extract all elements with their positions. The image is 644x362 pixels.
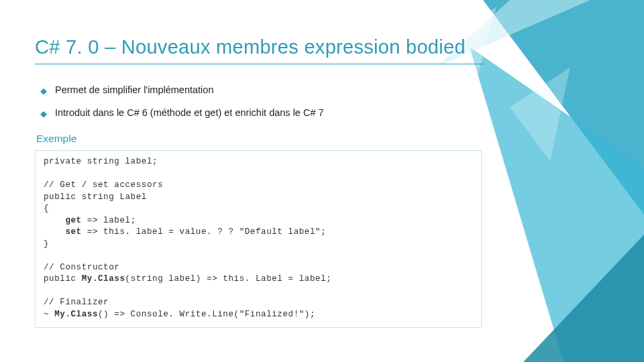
code-line: } [44, 239, 473, 251]
code-line: set => this. label = value. ? ? "Default… [44, 227, 473, 239]
slide-title: C# 7. 0 – Nouveaux membres expression bo… [35, 36, 504, 58]
code-blank [44, 286, 473, 298]
code-keyword: get [65, 216, 81, 225]
svg-marker-2 [523, 235, 644, 362]
title-underline [35, 64, 484, 64]
code-line: // Finalizer [44, 297, 473, 309]
code-keyword: My.Class [82, 274, 125, 284]
bullet-item: ◆ Permet de simplifier l'implémentation [40, 84, 504, 95]
code-line: public My.Class(string label) => this. L… [44, 274, 473, 286]
code-keyword: set [65, 227, 81, 237]
code-line: get => label; [44, 215, 473, 227]
bullet-icon: ◆ [40, 86, 47, 95]
code-line: // Constructor [44, 262, 473, 274]
code-blank [44, 168, 473, 180]
example-label: Exemple [36, 133, 504, 145]
code-keyword: My.Class [54, 310, 98, 319]
slide: C# 7. 0 – Nouveaux membres expression bo… [0, 0, 644, 362]
code-blank [44, 250, 473, 262]
bullet-text: Permet de simplifier l'implémentation [55, 84, 213, 95]
bullet-icon: ◆ [40, 109, 47, 118]
bullet-list: ◆ Permet de simplifier l'implémentation … [40, 84, 504, 118]
content-area: C# 7. 0 – Nouveaux membres expression bo… [0, 0, 531, 328]
code-line: ~ My.Class() => Console. Write.Line("Fin… [44, 309, 473, 321]
bullet-text: Introduit dans le C# 6 (méthode et get) … [55, 107, 324, 118]
bullet-item: ◆ Introduit dans le C# 6 (méthode et get… [40, 107, 504, 118]
code-line: { [44, 203, 473, 215]
code-line: private string label; [44, 156, 473, 168]
code-line: // Get / set accessors [44, 180, 473, 192]
code-example-box: private string label; // Get / set acces… [35, 150, 482, 328]
code-line: public string Label [44, 192, 473, 204]
